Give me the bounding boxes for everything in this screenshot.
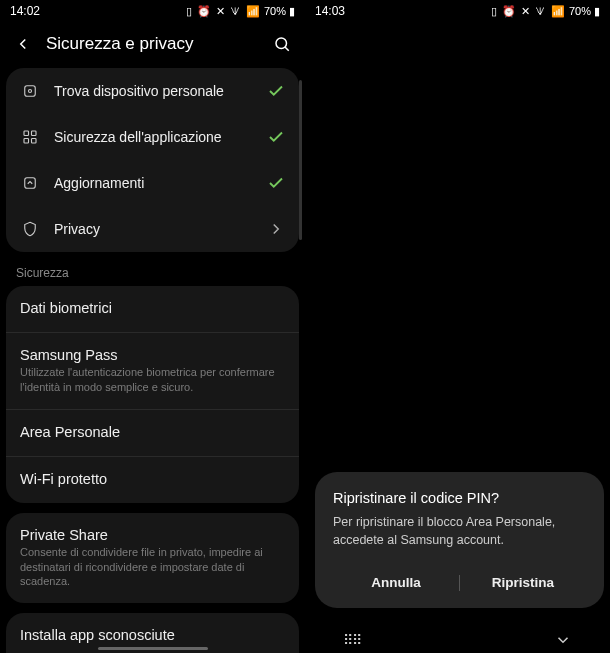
list-title: Samsung Pass (20, 347, 285, 363)
svg-rect-5 (32, 131, 37, 136)
svg-rect-4 (24, 131, 29, 136)
search-icon[interactable] (273, 35, 291, 53)
chevron-right-icon (267, 220, 285, 238)
status-right: ▯ ⏰ ✕ ⩛ 📶 70% ▮ (186, 5, 295, 18)
status-system-icons: ▯ ⏰ ✕ ⩛ 📶 (186, 5, 261, 18)
list-subtitle: Utilizzate l'autenticazione biometrica p… (20, 365, 285, 395)
svg-line-1 (285, 47, 289, 51)
row-samsung-pass[interactable]: Samsung Pass Utilizzate l'autenticazione… (6, 332, 299, 409)
list-title: Area Personale (20, 424, 285, 440)
back-icon[interactable] (14, 35, 32, 53)
svg-rect-6 (24, 139, 29, 144)
battery-icon: ▮ (594, 5, 600, 18)
row-label: Trova dispositivo personale (54, 83, 253, 99)
settings-header: Sicurezza e privacy (0, 22, 305, 68)
pin-reset-dialog: Ripristinare il codice PIN? Per ripristi… (315, 472, 604, 608)
scrollbar[interactable] (299, 80, 302, 240)
svg-rect-7 (32, 139, 37, 144)
row-private-share[interactable]: Private Share Consente di condividere fi… (6, 513, 299, 604)
section-label-security: Sicurezza (0, 262, 305, 286)
status-time: 14:02 (10, 4, 40, 18)
svg-rect-2 (25, 86, 36, 97)
screen-settings: 14:02 ▯ ⏰ ✕ ⩛ 📶 70% ▮ Sicurezza e privac… (0, 0, 305, 653)
status-right: ▯ ⏰ ✕ ⩛ 📶 70% ▮ (491, 5, 600, 18)
security-group: Dati biometrici Samsung Pass Utilizzate … (6, 286, 299, 503)
dialog-body: Per ripristinare il blocco Area Personal… (333, 514, 586, 549)
cancel-button[interactable]: Annulla (333, 567, 459, 598)
list-title: Dati biometrici (20, 300, 285, 316)
check-icon (267, 174, 285, 192)
row-label: Aggiornamenti (54, 175, 253, 191)
row-area-personale[interactable]: Area Personale (6, 409, 299, 456)
dialog-actions: Annulla Ripristina (333, 567, 586, 598)
row-find-device[interactable]: Trova dispositivo personale (6, 68, 299, 114)
check-icon (267, 82, 285, 100)
dialog-title: Ripristinare il codice PIN? (333, 490, 586, 506)
row-biometrics[interactable]: Dati biometrici (6, 286, 299, 332)
grid-icon (20, 127, 40, 147)
row-wifi-protetto[interactable]: Wi-Fi protetto (6, 456, 299, 503)
statusbar-right: 14:03 ▯ ⏰ ✕ ⩛ 📶 70% ▮ (305, 0, 610, 22)
list-subtitle: Consente di condividere file in privato,… (20, 545, 285, 590)
statusbar-left: 14:02 ▯ ⏰ ✕ ⩛ 📶 70% ▮ (0, 0, 305, 22)
row-label: Privacy (54, 221, 253, 237)
row-privacy[interactable]: Privacy (6, 206, 299, 252)
list-title: Wi-Fi protetto (20, 471, 285, 487)
shield-icon (20, 219, 40, 239)
confirm-button[interactable]: Ripristina (460, 567, 586, 598)
list-title: Private Share (20, 527, 285, 543)
status-time: 14:03 (315, 4, 345, 18)
check-icon (267, 128, 285, 146)
screen-dialog: 14:03 ▯ ⏰ ✕ ⩛ 📶 70% ▮ Ripristinare il co… (305, 0, 610, 653)
home-indicator[interactable] (98, 647, 208, 650)
list-title: Installa app sconosciute (20, 627, 285, 643)
chevron-down-icon[interactable] (554, 631, 572, 649)
svg-point-0 (276, 38, 287, 49)
private-share-group: Private Share Consente di condividere fi… (6, 513, 299, 604)
status-battery: 70% (264, 5, 286, 17)
svg-point-3 (29, 90, 32, 93)
navbar: ⠿⠿ (305, 631, 610, 649)
battery-icon: ▮ (289, 5, 295, 18)
status-system-icons: ▯ ⏰ ✕ ⩛ 📶 (491, 5, 566, 18)
top-summary-card: Trova dispositivo personale Sicurezza de… (6, 68, 299, 252)
keyboard-icon[interactable]: ⠿⠿ (343, 632, 361, 648)
row-app-security[interactable]: Sicurezza dell'applicazione (6, 114, 299, 160)
status-battery: 70% (569, 5, 591, 17)
svg-rect-8 (25, 178, 36, 189)
update-icon (20, 173, 40, 193)
row-label: Sicurezza dell'applicazione (54, 129, 253, 145)
page-title: Sicurezza e privacy (46, 34, 259, 54)
target-icon (20, 81, 40, 101)
row-updates[interactable]: Aggiornamenti (6, 160, 299, 206)
